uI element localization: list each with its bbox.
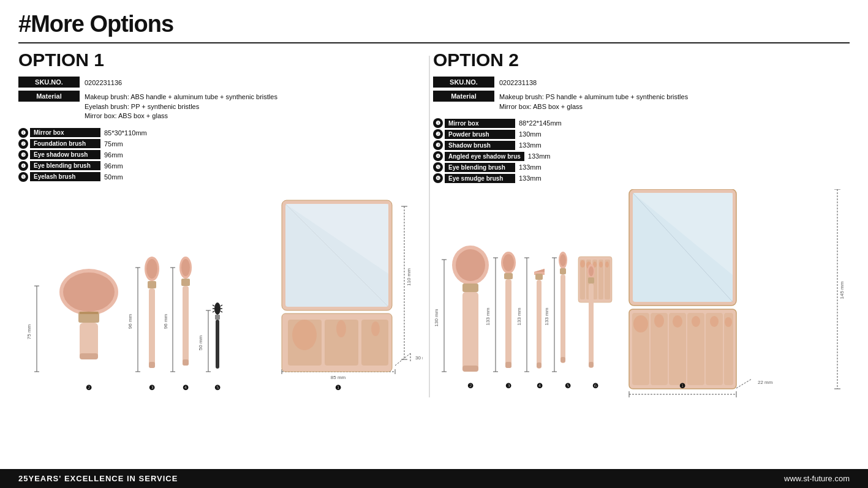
svg-rect-106	[537, 280, 542, 369]
option2-material-value: Makeup brush: PS handle + aluminum tube …	[494, 91, 693, 113]
svg-rect-95	[504, 273, 513, 279]
svg-rect-42	[215, 315, 220, 320]
svg-text:145 mm: 145 mm	[839, 281, 845, 299]
svg-text:133 mm: 133 mm	[544, 307, 549, 325]
svg-point-64	[292, 320, 317, 350]
svg-text:96 mm: 96 mm	[127, 313, 133, 329]
o2-item2-num: ❷	[433, 129, 443, 139]
o2-item1-label: Mirror box	[445, 119, 515, 128]
item4-value: 96mm	[104, 162, 123, 170]
item4-num: ❹	[18, 161, 28, 171]
svg-text:133 mm: 133 mm	[516, 307, 522, 325]
option2-sku-value: 0202231138	[494, 77, 542, 89]
option2-item-3: ❸ Shadow brush 133mm	[433, 140, 850, 150]
o2-item6-num: ❻	[433, 173, 443, 183]
svg-point-66	[371, 321, 380, 336]
option1-material-row: Material Makeup brush: ABS handle + alum…	[18, 91, 426, 122]
option1-title: OPTION 1	[18, 50, 426, 70]
svg-point-35	[214, 302, 221, 315]
svg-point-5	[63, 272, 115, 312]
o2-item4-label: Angled eye shadow brus	[445, 152, 524, 161]
o2-item5-value: 133mm	[519, 163, 542, 171]
svg-text:❷: ❷	[467, 382, 474, 389]
option2-item-5: ❺ Eye blending brush 133mm	[433, 162, 850, 172]
svg-rect-43	[216, 320, 219, 369]
section-divider	[429, 56, 430, 397]
option1-item-2: ❷ Foundation brush 75mm	[18, 139, 426, 149]
svg-point-148	[589, 266, 594, 276]
option2-item-1: ❶ Mirror box 88*22*145mm	[433, 118, 850, 128]
svg-rect-19	[149, 362, 155, 368]
svg-rect-86	[462, 292, 478, 372]
svg-point-130	[633, 315, 648, 332]
option2-item-6: ❻ Eye smudge brush 133mm	[433, 173, 850, 183]
svg-text:96 mm: 96 mm	[163, 313, 168, 329]
item5-label: Eyelash brush	[30, 172, 100, 181]
svg-line-144	[736, 379, 752, 388]
o2-item5-label: Eye blending brush	[445, 163, 515, 172]
item4-label: Eye blending brush	[30, 161, 100, 170]
o2-item4-num: ❹	[433, 151, 443, 161]
header: #More Options	[0, 0, 868, 42]
svg-point-84	[456, 249, 485, 281]
o2-item1-value: 88*22*145mm	[519, 119, 562, 127]
o2-item3-label: Shadow brush	[445, 141, 515, 150]
option2-item-4: ❹ Angled eye shadow brus 133mm	[433, 151, 850, 161]
svg-rect-9	[80, 353, 98, 359]
option1-spec-table: SKU.NO. 0202231136 Material Makeup brush…	[18, 77, 426, 123]
svg-rect-28	[183, 286, 189, 366]
option2-products: 130 mm ❷ 133 mm	[433, 189, 850, 397]
option2-sku-row: SKU.NO. 0202231138	[433, 77, 850, 89]
svg-line-41	[221, 311, 222, 312]
svg-point-114	[560, 254, 566, 266]
item2-num: ❷	[18, 139, 28, 149]
svg-rect-96	[505, 279, 511, 368]
svg-point-78	[605, 261, 609, 268]
svg-text:❹: ❹	[537, 382, 543, 389]
svg-rect-117	[560, 357, 565, 362]
option1-item-4: ❹ Eye blending brush 96mm	[18, 161, 426, 171]
o2-item1-num: ❶	[433, 118, 443, 128]
option1-items-list: ❶ Mirror box 85*30*110mm ❷ Foundation br…	[18, 128, 426, 182]
svg-rect-87	[462, 366, 478, 372]
option2-spec-table: SKU.NO. 0202231138 Material Makeup brush…	[433, 77, 850, 113]
option2-svg: 130 mm ❷ 133 mm	[433, 189, 856, 397]
option2-section: OPTION 2 SKU.NO. 0202231138 Material Mak…	[433, 50, 850, 397]
svg-rect-7	[80, 312, 98, 314]
svg-text:75 mm: 75 mm	[26, 324, 32, 339]
svg-rect-97	[505, 362, 511, 368]
svg-rect-17	[148, 281, 156, 288]
svg-rect-115	[560, 268, 566, 274]
svg-rect-105	[535, 274, 543, 280]
option2-material-row: Material Makeup brush: PS handle + alumi…	[433, 91, 850, 113]
svg-point-134	[710, 316, 719, 327]
svg-text:❻: ❻	[592, 382, 598, 389]
svg-rect-116	[560, 274, 565, 363]
svg-point-132	[673, 315, 682, 328]
item3-label: Eye shadow brush	[30, 150, 100, 159]
footer-right-text: www.st-future.com	[784, 474, 850, 483]
option2-item-2: ❷ Powder brush 130mm	[433, 129, 850, 139]
svg-marker-104	[534, 269, 545, 272]
svg-text:❹: ❹	[183, 384, 189, 391]
svg-rect-18	[149, 288, 155, 368]
svg-rect-150	[589, 283, 594, 368]
svg-point-135	[725, 317, 732, 327]
svg-point-94	[503, 254, 514, 271]
svg-rect-149	[588, 277, 594, 283]
item1-label: Mirror box	[30, 128, 100, 137]
option1-item-1: ❶ Mirror box 85*30*110mm	[18, 128, 426, 138]
svg-rect-27	[181, 279, 190, 286]
svg-rect-107	[537, 362, 542, 368]
option1-svg: 75 mm ❷	[18, 188, 423, 396]
o2-item4-value: 133mm	[528, 152, 551, 160]
footer-left-text: 25YEARS' EXCELLENCE IN SERVICE	[18, 474, 178, 483]
item3-value: 96mm	[104, 151, 123, 159]
item1-num: ❶	[18, 128, 28, 138]
o2-item2-label: Powder brush	[445, 130, 515, 139]
svg-line-38	[213, 311, 214, 312]
item2-label: Foundation brush	[30, 139, 100, 148]
o2-item5-num: ❺	[433, 162, 443, 172]
svg-text:❺: ❺	[214, 384, 221, 391]
o2-item6-label: Eye smudge brush	[445, 174, 515, 183]
